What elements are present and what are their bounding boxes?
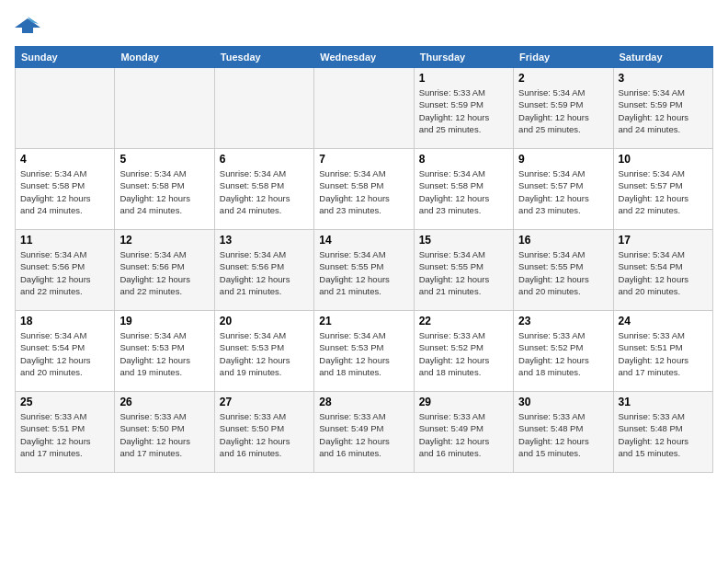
day-info: Sunrise: 5:34 AM Sunset: 5:58 PM Dayligh… (20, 167, 109, 216)
day-number: 15 (419, 234, 508, 247)
calendar-cell: 11Sunrise: 5:34 AM Sunset: 5:56 PM Dayli… (16, 230, 115, 311)
week-row-5: 25Sunrise: 5:33 AM Sunset: 5:51 PM Dayli… (16, 392, 713, 473)
day-number: 23 (518, 315, 608, 327)
calendar-cell: 22Sunrise: 5:33 AM Sunset: 5:52 PM Dayli… (414, 311, 513, 392)
day-info: Sunrise: 5:34 AM Sunset: 5:54 PM Dayligh… (619, 248, 708, 297)
day-number: 19 (119, 315, 209, 327)
day-number: 24 (619, 315, 708, 327)
day-info: Sunrise: 5:34 AM Sunset: 5:58 PM Dayligh… (220, 167, 309, 216)
day-number: 18 (20, 315, 109, 327)
day-number: 27 (220, 396, 309, 408)
day-number: 7 (319, 153, 408, 166)
calendar-cell: 8Sunrise: 5:34 AM Sunset: 5:58 PM Daylig… (414, 149, 513, 230)
day-info: Sunrise: 5:34 AM Sunset: 5:55 PM Dayligh… (319, 248, 408, 297)
calendar-cell: 25Sunrise: 5:33 AM Sunset: 5:51 PM Dayli… (16, 392, 115, 473)
calendar-cell (115, 68, 214, 149)
day-header-saturday: Saturday (613, 47, 712, 68)
day-number: 11 (20, 234, 109, 247)
day-info: Sunrise: 5:33 AM Sunset: 5:49 PM Dayligh… (319, 410, 408, 459)
day-number: 28 (319, 396, 408, 408)
calendar-cell: 12Sunrise: 5:34 AM Sunset: 5:56 PM Dayli… (115, 230, 214, 311)
day-info: Sunrise: 5:34 AM Sunset: 5:59 PM Dayligh… (518, 86, 608, 135)
day-number: 10 (619, 153, 708, 166)
day-number: 20 (220, 315, 309, 327)
day-number: 2 (518, 72, 608, 85)
calendar-cell (16, 68, 115, 149)
calendar-cell: 13Sunrise: 5:34 AM Sunset: 5:56 PM Dayli… (214, 230, 313, 311)
day-info: Sunrise: 5:33 AM Sunset: 5:48 PM Dayligh… (619, 410, 708, 459)
calendar-cell: 6Sunrise: 5:34 AM Sunset: 5:58 PM Daylig… (214, 149, 313, 230)
day-info: Sunrise: 5:34 AM Sunset: 5:58 PM Dayligh… (419, 167, 508, 216)
calendar-cell: 16Sunrise: 5:34 AM Sunset: 5:55 PM Dayli… (514, 230, 613, 311)
calendar-cell: 10Sunrise: 5:34 AM Sunset: 5:57 PM Dayli… (613, 149, 712, 230)
calendar-cell: 2Sunrise: 5:34 AM Sunset: 5:59 PM Daylig… (514, 68, 613, 149)
day-info: Sunrise: 5:34 AM Sunset: 5:59 PM Dayligh… (619, 86, 708, 135)
day-info: Sunrise: 5:34 AM Sunset: 5:57 PM Dayligh… (619, 167, 708, 216)
day-info: Sunrise: 5:33 AM Sunset: 5:50 PM Dayligh… (220, 410, 309, 459)
day-number: 31 (619, 396, 708, 408)
day-number: 6 (220, 153, 309, 166)
calendar-cell: 30Sunrise: 5:33 AM Sunset: 5:48 PM Dayli… (514, 392, 613, 473)
day-number: 1 (419, 72, 508, 85)
calendar-cell: 26Sunrise: 5:33 AM Sunset: 5:50 PM Dayli… (115, 392, 214, 473)
day-info: Sunrise: 5:34 AM Sunset: 5:55 PM Dayligh… (518, 248, 608, 297)
day-info: Sunrise: 5:34 AM Sunset: 5:54 PM Dayligh… (20, 329, 109, 378)
day-info: Sunrise: 5:33 AM Sunset: 5:49 PM Dayligh… (419, 410, 508, 459)
day-info: Sunrise: 5:34 AM Sunset: 5:55 PM Dayligh… (419, 248, 508, 297)
day-number: 25 (20, 396, 109, 408)
day-info: Sunrise: 5:33 AM Sunset: 5:50 PM Dayligh… (119, 410, 209, 459)
calendar-cell: 21Sunrise: 5:34 AM Sunset: 5:53 PM Dayli… (314, 311, 414, 392)
calendar-cell: 14Sunrise: 5:34 AM Sunset: 5:55 PM Dayli… (314, 230, 414, 311)
day-number: 12 (119, 234, 209, 247)
calendar-table: SundayMondayTuesdayWednesdayThursdayFrid… (15, 46, 713, 473)
day-number: 29 (419, 396, 508, 408)
day-info: Sunrise: 5:34 AM Sunset: 5:58 PM Dayligh… (319, 167, 408, 216)
calendar-cell: 3Sunrise: 5:34 AM Sunset: 5:59 PM Daylig… (613, 68, 712, 149)
day-info: Sunrise: 5:34 AM Sunset: 5:56 PM Dayligh… (119, 248, 209, 297)
calendar-cell: 17Sunrise: 5:34 AM Sunset: 5:54 PM Dayli… (613, 230, 712, 311)
day-number: 4 (20, 153, 109, 166)
day-number: 16 (518, 234, 608, 247)
day-number: 17 (619, 234, 708, 247)
calendar-cell: 5Sunrise: 5:34 AM Sunset: 5:58 PM Daylig… (115, 149, 214, 230)
logo-icon (15, 15, 40, 37)
calendar-cell: 19Sunrise: 5:34 AM Sunset: 5:53 PM Dayli… (115, 311, 214, 392)
days-header-row: SundayMondayTuesdayWednesdayThursdayFrid… (16, 47, 713, 68)
day-info: Sunrise: 5:33 AM Sunset: 5:51 PM Dayligh… (619, 329, 708, 378)
day-number: 26 (119, 396, 209, 408)
calendar-cell: 9Sunrise: 5:34 AM Sunset: 5:57 PM Daylig… (514, 149, 613, 230)
calendar-cell: 24Sunrise: 5:33 AM Sunset: 5:51 PM Dayli… (613, 311, 712, 392)
calendar-cell: 15Sunrise: 5:34 AM Sunset: 5:55 PM Dayli… (414, 230, 513, 311)
calendar-cell: 31Sunrise: 5:33 AM Sunset: 5:48 PM Dayli… (613, 392, 712, 473)
header (15, 15, 713, 37)
day-number: 22 (419, 315, 508, 327)
day-info: Sunrise: 5:33 AM Sunset: 5:52 PM Dayligh… (518, 329, 608, 378)
day-info: Sunrise: 5:34 AM Sunset: 5:58 PM Dayligh… (119, 167, 209, 216)
calendar-cell (314, 68, 414, 149)
day-number: 13 (220, 234, 309, 247)
calendar-cell: 20Sunrise: 5:34 AM Sunset: 5:53 PM Dayli… (214, 311, 313, 392)
calendar-cell: 1Sunrise: 5:33 AM Sunset: 5:59 PM Daylig… (414, 68, 513, 149)
calendar-cell: 18Sunrise: 5:34 AM Sunset: 5:54 PM Dayli… (16, 311, 115, 392)
calendar-cell: 28Sunrise: 5:33 AM Sunset: 5:49 PM Dayli… (314, 392, 414, 473)
day-info: Sunrise: 5:33 AM Sunset: 5:52 PM Dayligh… (419, 329, 508, 378)
day-number: 30 (518, 396, 608, 408)
day-number: 21 (319, 315, 408, 327)
day-header-sunday: Sunday (16, 47, 115, 68)
calendar-cell: 27Sunrise: 5:33 AM Sunset: 5:50 PM Dayli… (214, 392, 313, 473)
day-info: Sunrise: 5:34 AM Sunset: 5:56 PM Dayligh… (20, 248, 109, 297)
week-row-1: 1Sunrise: 5:33 AM Sunset: 5:59 PM Daylig… (16, 68, 713, 149)
logo (15, 15, 44, 37)
week-row-4: 18Sunrise: 5:34 AM Sunset: 5:54 PM Dayli… (16, 311, 713, 392)
day-info: Sunrise: 5:34 AM Sunset: 5:53 PM Dayligh… (119, 329, 209, 378)
day-info: Sunrise: 5:34 AM Sunset: 5:57 PM Dayligh… (518, 167, 608, 216)
day-info: Sunrise: 5:33 AM Sunset: 5:48 PM Dayligh… (518, 410, 608, 459)
calendar-cell: 7Sunrise: 5:34 AM Sunset: 5:58 PM Daylig… (314, 149, 414, 230)
week-row-3: 11Sunrise: 5:34 AM Sunset: 5:56 PM Dayli… (16, 230, 713, 311)
day-header-wednesday: Wednesday (314, 47, 414, 68)
day-number: 8 (419, 153, 508, 166)
calendar-cell: 23Sunrise: 5:33 AM Sunset: 5:52 PM Dayli… (514, 311, 613, 392)
day-header-friday: Friday (514, 47, 613, 68)
day-info: Sunrise: 5:34 AM Sunset: 5:56 PM Dayligh… (220, 248, 309, 297)
calendar-cell: 4Sunrise: 5:34 AM Sunset: 5:58 PM Daylig… (16, 149, 115, 230)
